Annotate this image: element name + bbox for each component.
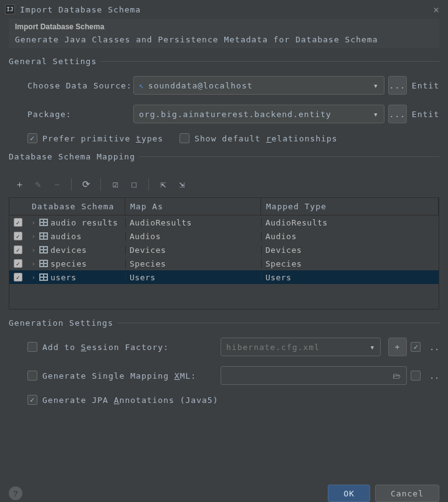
table-row[interactable]: ✓›audio resultsAudioResultsAudioResults [9, 215, 439, 229]
mapped-type-cell[interactable]: Users [261, 273, 439, 282]
expand-icon[interactable]: › [31, 274, 37, 281]
session-factory-option[interactable]: Add to Session Factory: [27, 342, 221, 352]
session-factory-row: Add to Session Factory: hibernate.cfg.xm… [9, 338, 439, 356]
collapse-all-button[interactable]: ⇲ [174, 176, 190, 192]
schema-name: users [50, 273, 77, 282]
session-factory-combo[interactable]: hibernate.cfg.xml ▾ [221, 338, 381, 356]
select-all-button[interactable]: ☑ [107, 176, 123, 192]
map-as-cell[interactable]: Users [125, 273, 261, 282]
table-header: Database Schema Map As Mapped Type [9, 198, 439, 215]
package-value: org.big.ainaturerest.backend.entity [139, 110, 331, 119]
table-row[interactable]: ✓›devicesDevicesDevices [9, 243, 439, 257]
single-mapping-option[interactable]: Generate Single Mapping XML: [27, 371, 221, 381]
row-checkbox[interactable]: ✓ [14, 273, 22, 282]
single-mapping-checkbox[interactable] [27, 371, 37, 381]
single-mapping-label: Generate Single Mapping XML: [42, 371, 196, 381]
dialog-title: Import Database Schema [15, 22, 433, 31]
col-mappedtype[interactable]: Mapped Type [261, 198, 439, 215]
package-browse-button[interactable]: ... [388, 105, 407, 123]
edit-button[interactable]: ✎ [30, 176, 46, 192]
mapped-type-cell[interactable]: Audios [261, 232, 439, 241]
col-check [9, 198, 27, 215]
expand-icon[interactable]: › [31, 260, 37, 267]
row-checkbox[interactable]: ✓ [14, 218, 22, 227]
row-checkbox[interactable]: ✓ [14, 245, 22, 254]
remove-button[interactable]: － [49, 176, 65, 192]
schema-name: audios [50, 232, 82, 241]
session-side-checkbox[interactable] [411, 342, 421, 352]
package-label: Package: [27, 110, 133, 119]
map-as-cell[interactable]: Species [125, 259, 261, 268]
single-mapping-row: Generate Single Mapping XML: 🗁 .. [9, 366, 439, 385]
add-button[interactable]: ＋ [11, 176, 27, 192]
ok-button[interactable]: OK [328, 485, 370, 502]
generation-settings-section: Generation Settings Add to Session Facto… [9, 318, 439, 405]
map-as-cell[interactable]: Devices [125, 245, 261, 255]
single-side-text: .. [429, 371, 439, 381]
table-row[interactable]: ✓›usersUsersUsers [9, 270, 439, 284]
refresh-button[interactable]: ⟳ [78, 176, 94, 192]
map-as-cell[interactable]: Audios [125, 232, 261, 241]
show-default-rel-option[interactable]: Show default relationships [179, 133, 338, 143]
table-row[interactable]: ✓›audiosAudiosAudios [9, 229, 439, 243]
schema-mapping-section: Database Schema Mapping ＋ ✎ － ⟳ ☑ ☐ ⇱ ⇲ … [9, 152, 439, 310]
session-factory-value: hibernate.cfg.xml [226, 343, 320, 352]
divider [100, 61, 439, 62]
close-icon[interactable]: × [429, 4, 443, 16]
jpa-label: Generate JPA Annotations (Java5) [42, 395, 218, 405]
datasource-browse-button[interactable]: ... [388, 76, 407, 95]
show-default-rel-checkbox[interactable] [179, 133, 189, 143]
dialog-footer: ? OK Cancel [0, 478, 448, 502]
table-icon [39, 260, 48, 267]
expand-icon[interactable]: › [31, 233, 37, 240]
col-mapas[interactable]: Map As [125, 198, 261, 215]
map-as-cell[interactable]: AudioResults [125, 218, 261, 227]
expand-icon[interactable]: › [31, 247, 37, 253]
single-mapping-field[interactable]: 🗁 [221, 366, 407, 385]
general-settings-title: General Settings [9, 57, 439, 66]
row-checkbox[interactable]: ✓ [14, 232, 22, 240]
app-icon: IJ [5, 4, 15, 14]
cancel-button[interactable]: Cancel [375, 485, 439, 502]
titlebar: IJ Import Database Schema × [0, 0, 448, 19]
dialog-subtitle: Generate Java Classes and Persistence Me… [15, 35, 433, 44]
datasource-combo[interactable]: ↖ sounddata@localhost ▾ [133, 76, 384, 95]
dialog-header: Import Database Schema Generate Java Cla… [9, 19, 439, 48]
package-side-label: Entit [412, 110, 439, 119]
prefer-primitive-option[interactable]: Prefer primitive types [27, 133, 163, 143]
prefer-primitive-label: Prefer primitive types [42, 134, 163, 143]
table-icon [39, 219, 48, 226]
mapped-type-cell[interactable]: Devices [261, 245, 439, 255]
row-checkbox[interactable]: ✓ [14, 259, 22, 268]
deselect-all-button[interactable]: ☐ [126, 176, 142, 192]
mapped-type-cell[interactable]: AudioResults [261, 218, 439, 227]
single-side-checkbox[interactable] [411, 371, 421, 381]
separator [100, 178, 101, 191]
table-body: ✓›audio resultsAudioResultsAudioResults✓… [9, 215, 439, 284]
general-settings-section: General Settings Choose Data Source: ↖ s… [9, 57, 439, 143]
section-label: General Settings [9, 57, 97, 66]
session-factory-add-button[interactable]: ＋ [388, 338, 407, 356]
jpa-option[interactable]: Generate JPA Annotations (Java5) [27, 395, 218, 405]
mapped-type-cell[interactable]: Species [261, 259, 439, 268]
session-factory-checkbox[interactable] [27, 342, 37, 352]
expand-icon[interactable]: › [31, 219, 37, 226]
expand-all-button[interactable]: ⇱ [155, 176, 171, 192]
schema-mapping-title: Database Schema Mapping [9, 152, 439, 161]
section-label: Generation Settings [9, 318, 113, 328]
col-schema[interactable]: Database Schema [27, 198, 125, 215]
show-default-rel-label: Show default relationships [194, 134, 338, 143]
help-button[interactable]: ? [9, 486, 22, 500]
datasource-value: sounddata@localhost [148, 81, 253, 90]
package-combo[interactable]: org.big.ainaturerest.backend.entity ▾ [133, 105, 384, 123]
schema-name: audio results [50, 218, 118, 227]
folder-icon: 🗁 [393, 371, 401, 381]
table-icon [39, 232, 48, 240]
chevron-down-icon: ▾ [370, 343, 376, 352]
schema-name: species [50, 259, 87, 268]
divider [117, 323, 439, 323]
jpa-checkbox[interactable] [27, 395, 37, 405]
datasource-row: Choose Data Source: ↖ sounddata@localhos… [9, 76, 439, 95]
prefer-primitive-checkbox[interactable] [27, 133, 37, 143]
table-row[interactable]: ✓›speciesSpeciesSpecies [9, 257, 439, 270]
